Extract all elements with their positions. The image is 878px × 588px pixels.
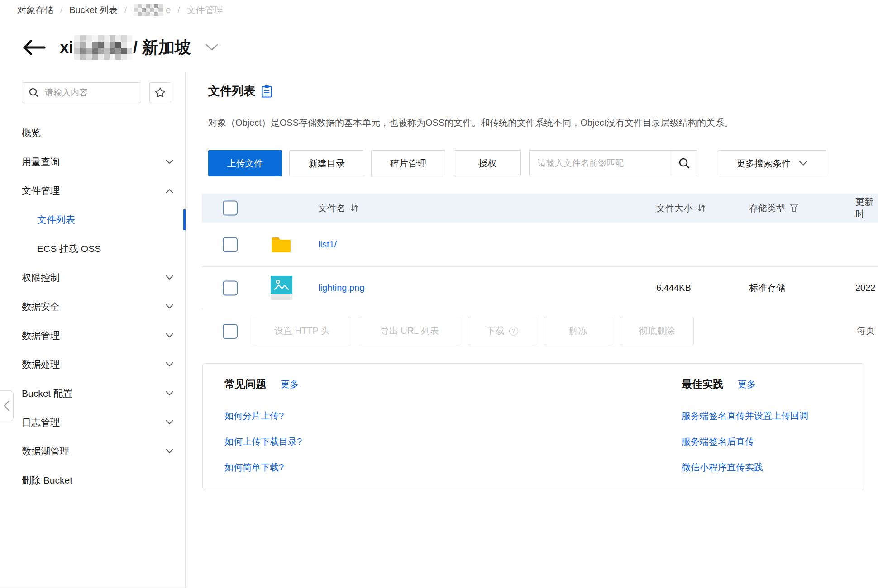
star-icon xyxy=(154,87,166,99)
sidebar-item-data-management[interactable]: 数据管理 xyxy=(0,321,185,350)
sort-icon[interactable] xyxy=(350,204,359,213)
export-url-list-button[interactable]: 导出 URL 列表 xyxy=(359,317,460,345)
sidebar-item-label: ECS 挂载 OSS xyxy=(37,242,101,255)
section-description: 对象（Object）是OSS存储数据的基本单元，也被称为OSS的文件。和传统的文… xyxy=(208,117,733,129)
sidebar-item-label: Bucket 配置 xyxy=(22,387,72,400)
page-title: xi / 新加坡 xyxy=(60,35,191,60)
chevron-down-icon xyxy=(166,333,173,338)
faq-title: 常见问题 xyxy=(224,377,266,391)
sidebar-search-input[interactable] xyxy=(45,88,126,98)
faq-column: 常见问题 更多 如何分片上传? 如何上传下载目录? 如何简单下载? xyxy=(224,377,302,487)
file-table: 文件名 文件大小 存储类型 更新时 xyxy=(202,194,878,309)
faq-link-upload-download-directory[interactable]: 如何上传下载目录? xyxy=(224,436,302,446)
filter-funnel-icon[interactable] xyxy=(790,204,798,213)
chevron-down-icon xyxy=(166,362,173,367)
back-button[interactable] xyxy=(22,38,47,57)
favorite-button[interactable] xyxy=(149,82,171,103)
restore-button[interactable]: 解冻 xyxy=(544,317,612,345)
sidebar-item-label: 数据安全 xyxy=(22,300,60,313)
row-checkbox[interactable] xyxy=(223,280,238,295)
list-item: 如何简单下载? xyxy=(224,461,302,474)
column-header-filesize: 文件大小 xyxy=(656,194,706,223)
best-practice-more-link[interactable]: 更多 xyxy=(738,378,756,390)
chevron-down-icon xyxy=(166,449,173,454)
sidebar-item-bucket-settings[interactable]: Bucket 配置 xyxy=(0,379,185,408)
faq-link-multipart-upload[interactable]: 如何分片上传? xyxy=(224,411,284,421)
list-item: 如何分片上传? xyxy=(224,409,302,422)
breadcrumb-item-bucket-list[interactable]: Bucket 列表 xyxy=(69,4,118,16)
bp-link-wechat-miniprogram[interactable]: 微信小程序直传实践 xyxy=(682,462,763,472)
breadcrumb-separator: / xyxy=(60,5,62,15)
bp-link-server-sign-direct[interactable]: 服务端签名后直传 xyxy=(682,436,754,446)
download-button[interactable]: 下载 ? xyxy=(468,317,536,345)
authorize-button[interactable]: 授权 xyxy=(454,150,521,176)
chevron-down-icon xyxy=(799,161,807,166)
breadcrumb-item-bucket-name-masked[interactable] xyxy=(134,4,163,16)
sidebar-item-overview[interactable]: 概览 xyxy=(0,119,185,147)
updated-time: 2022 xyxy=(855,267,876,309)
main-content: 文件列表 对象（Object）是OSS存储数据的基本单元，也被称为OSS的文件。… xyxy=(186,72,878,588)
breadcrumb: 对象存储 / Bucket 列表 / e / 文件管理 xyxy=(17,3,223,17)
set-http-header-button[interactable]: 设置 HTTP 头 xyxy=(253,317,351,345)
sidebar-item-label: 文件管理 xyxy=(22,185,60,197)
file-link-list1[interactable]: list1/ xyxy=(318,239,337,250)
breadcrumb-item-object-storage[interactable]: 对象存储 xyxy=(17,4,53,16)
faq-more-link[interactable]: 更多 xyxy=(281,378,299,390)
sidebar-item-access-control[interactable]: 权限控制 xyxy=(0,263,185,292)
download-label: 下载 xyxy=(487,325,505,337)
breadcrumb-separator: / xyxy=(124,5,127,15)
list-item: 微信小程序直传实践 xyxy=(682,461,808,474)
table-row-folder[interactable]: list1/ xyxy=(202,223,878,267)
more-search-conditions-button[interactable]: 更多搜索条件 xyxy=(718,150,826,176)
sidebar-item-data-lake-management[interactable]: 数据湖管理 xyxy=(0,437,185,466)
oss-file-management-page: 对象存储 / Bucket 列表 / e / 文件管理 xi xyxy=(0,0,878,588)
list-item: 服务端签名直传并设置上传回调 xyxy=(682,409,808,422)
fragment-management-button[interactable]: 碎片管理 xyxy=(371,150,445,176)
sidebar-item-label: 权限控制 xyxy=(22,271,60,284)
new-directory-button[interactable]: 新建目录 xyxy=(289,150,364,176)
section-title: 文件列表 xyxy=(208,83,255,99)
more-search-label: 更多搜索条件 xyxy=(736,157,791,170)
sidebar-item-file-list[interactable]: 文件列表 xyxy=(0,205,185,234)
column-header-updated-time: 更新时 xyxy=(855,194,878,223)
chevron-down-icon xyxy=(166,420,173,425)
sidebar-item-data-security[interactable]: 数据安全 xyxy=(0,292,185,321)
column-header-storage-class: 存储类型 xyxy=(749,194,798,223)
sidebar-item-log-management[interactable]: 日志管理 xyxy=(0,408,185,437)
sidebar-collapse-button[interactable] xyxy=(0,390,14,421)
upload-file-button[interactable]: 上传文件 xyxy=(208,150,282,176)
table-row-file[interactable]: lighting.png 6.444KB 标准存储 2022 xyxy=(202,267,878,309)
sidebar-item-data-processing[interactable]: 数据处理 xyxy=(0,350,185,379)
list-item: 服务端签名后直传 xyxy=(682,435,808,448)
sidebar-item-ecs-mount-oss[interactable]: ECS 挂载 OSS xyxy=(0,234,185,263)
chevron-down-icon xyxy=(166,275,173,280)
sidebar-item-usage-query[interactable]: 用量查询 xyxy=(0,147,185,176)
delete-completely-button[interactable]: 彻底删除 xyxy=(620,317,694,345)
search-icon xyxy=(29,87,39,98)
sidebar-search-box xyxy=(22,82,141,103)
clipboard-doc-icon[interactable] xyxy=(262,85,272,98)
chevron-down-icon xyxy=(166,391,173,396)
search-submit-button[interactable] xyxy=(671,151,697,176)
row-checkbox[interactable] xyxy=(223,237,238,252)
batch-select-checkbox[interactable] xyxy=(223,324,238,339)
sort-icon[interactable] xyxy=(697,204,706,213)
bp-link-server-sign-callback[interactable]: 服务端签名直传并设置上传回调 xyxy=(682,411,808,421)
file-prefix-search-input[interactable] xyxy=(538,158,664,168)
select-all-checkbox[interactable] xyxy=(223,201,238,216)
bucket-name-masked xyxy=(74,35,132,60)
bucket-switch-chevron-down-icon[interactable] xyxy=(205,43,219,52)
bucket-name-prefix: xi xyxy=(60,38,73,57)
section-title-row: 文件列表 xyxy=(208,83,272,99)
page-header: xi / 新加坡 xyxy=(22,35,219,60)
image-thumbnail-icon[interactable] xyxy=(271,276,292,300)
file-link-lighting-png[interactable]: lighting.png xyxy=(318,283,364,293)
faq-link-simple-download[interactable]: 如何简单下载? xyxy=(224,462,284,472)
sidebar-item-label: 删除 Bucket xyxy=(22,474,72,487)
sidebar-item-delete-bucket[interactable]: 删除 Bucket xyxy=(0,466,185,495)
best-practice-title: 最佳实践 xyxy=(682,377,723,391)
column-header-filename: 文件名 xyxy=(318,194,359,223)
sidebar-item-file-management[interactable]: 文件管理 xyxy=(0,176,185,205)
help-panel: 常见问题 更多 如何分片上传? 如何上传下载目录? 如何简单下载? 最佳实践 更… xyxy=(202,363,864,490)
column-label: 文件名 xyxy=(318,202,345,214)
